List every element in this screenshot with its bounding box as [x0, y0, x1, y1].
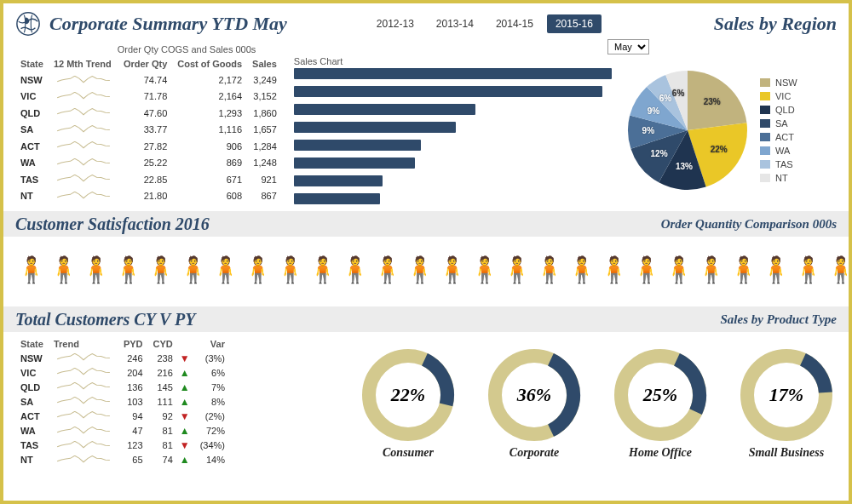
person-icon: 🧍 — [436, 257, 468, 283]
sales-bar — [294, 68, 612, 79]
trend-sparkline — [49, 122, 118, 138]
page-title: Corporate Summary YTD May — [49, 14, 287, 33]
pie-slice-label: 23% — [704, 97, 721, 106]
pie-slice-label: 9% — [648, 106, 659, 116]
person-icon: 🧍 — [760, 257, 792, 283]
arrow-down-icon: ▼ — [180, 410, 190, 422]
trend-sparkline — [49, 155, 118, 171]
pie-slice-label: 6% — [659, 94, 671, 103]
arrow-up-icon: ▲ — [180, 367, 190, 379]
summary-table: State12 Mth TrendOrder QtyCost of GoodsS… — [15, 56, 282, 204]
donut-label: Home Office — [610, 447, 711, 459]
person-icon: 🧍 — [566, 257, 597, 283]
person-icon: 🧍 — [339, 257, 371, 283]
legend-item: WA — [760, 146, 797, 156]
year-tab-2015-16[interactable]: 2015-16 — [547, 14, 602, 33]
table-row: SA103111▲8% — [15, 394, 230, 409]
table-row: TAS12381▼(34%) — [15, 438, 230, 453]
person-icon: 🧍 — [112, 257, 144, 283]
people-icons: 🧍🧍🧍🧍🧍🧍🧍🧍🧍🧍🧍🧍🧍🧍🧍🧍🧍🧍🧍🧍🧍🧍🧍🧍🧍🧍🧍🧍🧍🧍🧍🧍 — [15, 257, 852, 283]
person-icon: 🧍 — [792, 257, 824, 283]
trend-sparkline — [49, 394, 118, 409]
svg-text:22%: 22% — [390, 384, 425, 405]
sales-chart-label: Sales Chart — [294, 56, 612, 66]
person-icon: 🧍 — [630, 257, 662, 283]
cust-heading: Total Customers CY V PY — [15, 310, 196, 329]
person-icon: 🧍 — [371, 257, 403, 283]
pie-slice-label: 13% — [676, 162, 693, 171]
pie-slice-label: 6% — [672, 89, 684, 98]
person-icon: 🧍 — [48, 257, 79, 283]
sales-bar — [294, 140, 421, 151]
arrow-down-icon: ▼ — [180, 352, 190, 364]
person-icon: 🧍 — [533, 257, 565, 283]
table-row: VIC204216▲6% — [15, 365, 230, 380]
year-tab-2013-14[interactable]: 2013-14 — [428, 14, 482, 33]
table-row: SA33.771,1161,657 — [15, 122, 282, 138]
sales-bar — [294, 158, 415, 169]
sales-bar-chart — [294, 68, 612, 204]
sales-bar — [294, 122, 456, 133]
arrow-up-icon: ▲ — [180, 396, 190, 408]
sales-bar — [294, 175, 383, 186]
person-icon: 🧍 — [242, 257, 273, 283]
person-icon: 🧍 — [404, 257, 435, 283]
arrow-up-icon: ▲ — [180, 454, 190, 466]
cs-band: Customer Satisfaction 2016 Order Quantit… — [3, 211, 849, 237]
person-icon: 🧍 — [80, 257, 112, 283]
arrow-up-icon: ▲ — [180, 381, 190, 393]
trend-sparkline — [49, 423, 118, 438]
product-type-title: Sales by Product Type — [720, 313, 837, 326]
trend-sparkline — [49, 188, 118, 205]
trend-sparkline — [49, 138, 118, 154]
person-icon: 🧍 — [598, 257, 630, 283]
table-row: ACT27.829061,284 — [15, 138, 282, 154]
person-icon: 🧍 — [501, 257, 532, 283]
legend-item: NT — [760, 173, 797, 183]
pie-slice-label: 9% — [642, 126, 654, 135]
table-row: VIC71.782,1643,152 — [15, 89, 282, 105]
year-tab-2012-13[interactable]: 2012-13 — [368, 14, 423, 33]
pie-legend: NSWVICQLDSAACTWATASNT — [760, 77, 797, 183]
table-row: NT21.80608867 — [15, 188, 282, 205]
person-icon: 🧍 — [145, 257, 176, 283]
oq-title: Order Quantity Comparison 000s — [661, 218, 837, 231]
table-row: NT6574▲14% — [15, 453, 230, 467]
person-icon: 🧍 — [663, 257, 694, 283]
sales-bar — [294, 193, 380, 204]
donut-label: Small Business — [736, 447, 837, 459]
donut-small-business: 17%Small Business — [736, 348, 837, 459]
table-row: ACT9492▼(2%) — [15, 409, 230, 423]
donut-consumer: 22%Consumer — [358, 348, 458, 459]
pie-slice-label: 22% — [711, 145, 728, 154]
dashboard-frame: { "title": "Corporate Summary YTD May", … — [0, 0, 852, 504]
pie-slice-label: 12% — [651, 149, 668, 158]
sales-bar — [294, 86, 602, 97]
svg-text:25%: 25% — [642, 384, 677, 405]
person-icon: 🧍 — [274, 257, 306, 283]
trend-sparkline — [49, 171, 118, 187]
table-row: WA4781▲72% — [15, 423, 230, 438]
donut-charts: 22%Consumer36%Corporate25%Home Office17%… — [242, 341, 837, 467]
sales-bar — [294, 104, 475, 115]
trend-sparkline — [49, 438, 118, 453]
trend-sparkline — [49, 453, 118, 467]
trend-sparkline — [49, 409, 118, 423]
year-tab-2014-15[interactable]: 2014-15 — [487, 14, 542, 33]
donut-label: Consumer — [358, 447, 458, 459]
trend-sparkline — [49, 351, 118, 365]
person-icon: 🧍 — [177, 257, 209, 283]
legend-item: VIC — [760, 91, 797, 101]
trend-sparkline — [49, 365, 118, 380]
arrow-up-icon: ▲ — [180, 425, 190, 437]
month-select[interactable]: May — [607, 39, 649, 54]
table-row: QLD47.601,2931,860 — [15, 105, 282, 121]
year-tabs: 2012-132013-142014-152015-16 — [368, 14, 602, 33]
trend-sparkline — [49, 89, 118, 105]
region-title: Sales by Region — [714, 14, 837, 33]
table-row: TAS22.85671921 — [15, 171, 282, 187]
table-subtitle: Order Qty COGS and Sales 000s — [15, 44, 358, 54]
person-icon: 🧍 — [695, 257, 727, 283]
legend-item: ACT — [760, 132, 797, 142]
table-row: NSW246238▼(3%) — [15, 351, 230, 365]
